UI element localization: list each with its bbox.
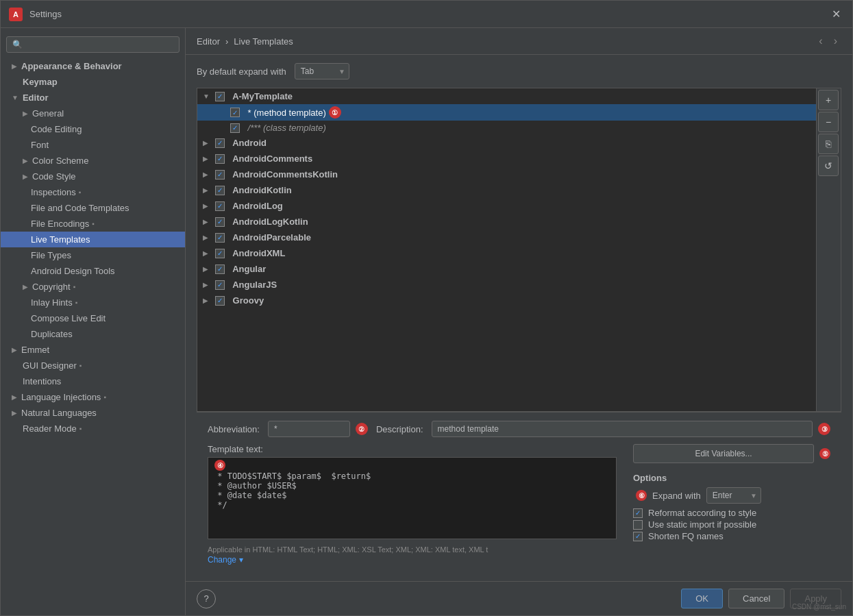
expand-icon: ▶ [203,234,211,241]
sidebar-item-copyright[interactable]: ▶ Copyright ▪ [1,279,185,295]
change-link[interactable]: Change [208,555,236,565]
indicator-icon: ▪ [79,425,82,432]
sidebar-item-inspections[interactable]: Inspections ▪ [1,184,185,200]
badge-1: ① [329,106,341,119]
copy-button[interactable]: ⎘ [818,134,839,154]
close-button[interactable]: ✕ [828,6,844,23]
static-import-checkbox[interactable] [633,520,643,530]
template-group-androidcomments[interactable]: ▶ AndroidComments [197,151,816,167]
sidebar-item-label: Language Injections [21,392,101,402]
sidebar-item-color-scheme[interactable]: ▶ Color Scheme [1,153,185,169]
sidebar-item-file-types[interactable]: File Types [1,247,185,263]
remove-button[interactable]: − [818,112,839,132]
group-checkbox[interactable] [215,280,225,290]
sidebar-item-file-code-templates[interactable]: File and Code Templates [1,200,185,216]
ok-button[interactable]: OK [681,589,723,608]
shorten-fq-checkbox[interactable] [633,532,643,541]
edit-vars-wrapper: Edit Variables... ⑤ [633,444,830,463]
template-group-angular[interactable]: ▶ Angular [197,261,816,277]
template-group-androidparcelable[interactable]: ▶ AndroidParcelable [197,230,816,245]
group-checkbox[interactable] [215,264,225,274]
sidebar-item-label: Inlay Hints [31,297,73,308]
sidebar-item-code-editing[interactable]: Code Editing [1,121,185,137]
template-group-android[interactable]: ▶ Android [197,135,816,151]
sidebar-item-label: General [32,108,64,119]
template-group-androidkotlin[interactable]: ▶ AndroidKotlin [197,182,816,198]
expand-icon: ▶ [203,202,211,210]
reset-button[interactable]: ↺ [818,156,839,176]
expand-icon: ▶ [23,157,28,164]
template-group-groovy[interactable]: ▶ Groovy [197,293,816,308]
template-group-androidxml[interactable]: ▶ AndroidXML [197,245,816,261]
breadcrumb-nav: ‹ › [815,34,841,49]
sidebar-item-natural-languages[interactable]: ▶ Natural Languages [1,405,185,421]
sidebar-item-code-style[interactable]: ▶ Code Style [1,169,185,184]
group-checkbox[interactable] [215,138,225,148]
badge-6: ⑥ [636,490,647,501]
expand-icon: ▼ [12,94,18,101]
applicable-row: Applicable in HTML: HTML Text; HTML; XML… [208,544,617,554]
group-checkbox[interactable] [215,296,225,306]
expand-with-select[interactable]: Tab Enter Space [295,63,349,79]
template-row-method[interactable]: * (method template) ① [197,104,816,121]
group-checkbox[interactable] [215,170,225,180]
expand-with-detail-select[interactable]: Enter Tab Space [706,487,761,504]
group-checkbox[interactable] [215,92,225,101]
group-checkbox[interactable] [215,217,225,227]
group-name: Android [230,138,267,148]
sidebar-item-keymap[interactable]: Keymap [1,74,185,90]
group-checkbox[interactable] [215,233,225,243]
template-group-androidlog[interactable]: ▶ AndroidLog [197,198,816,214]
forward-button[interactable]: › [830,34,841,49]
template-group-header[interactable]: ▼ A-MyTemplate [197,88,816,104]
sidebar-item-label: Code Editing [31,124,82,134]
description-label: Description: [376,424,423,434]
sidebar-item-android-design-tools[interactable]: Android Design Tools [1,263,185,279]
group-checkbox[interactable] [215,201,225,211]
sidebar-item-file-encodings[interactable]: File Encodings ▪ [1,216,185,232]
panel-content: By default expand with Tab Enter Space ▼ [186,55,852,581]
template-group-angularjs[interactable]: ▶ AngularJS [197,277,816,293]
add-button[interactable]: + [818,90,839,110]
sidebar-item-compose-live-edit[interactable]: Compose Live Edit [1,310,185,326]
sidebar-item-label: Live Templates [31,234,90,245]
template-checkbox[interactable] [230,108,240,117]
sidebar-item-duplicates[interactable]: Duplicates [1,326,185,342]
back-button[interactable]: ‹ [815,34,826,49]
title-bar: A Settings ✕ [1,1,852,28]
sidebar-item-intentions[interactable]: Intentions [1,373,185,389]
template-name: * (method template) [245,108,326,118]
main-content: 🔍 ▶ Appearance & Behavior Keymap ▼ Edito… [1,28,852,615]
sidebar-item-gui-designer[interactable]: GUI Designer ▪ [1,358,185,373]
group-name: AndroidCommentsKotlin [230,169,338,180]
sidebar-item-emmet[interactable]: ▶ Emmet [1,342,185,358]
reformat-checkbox[interactable] [633,508,643,518]
search-input[interactable] [27,40,173,49]
static-import-label: Use static import if possible [648,519,756,530]
sidebar-item-editor[interactable]: ▼ Editor [1,90,185,106]
edit-variables-button[interactable]: Edit Variables... [633,444,814,463]
template-textarea[interactable]: <span class="badge" style="background:#c… [208,457,617,539]
template-checkbox[interactable] [230,123,240,133]
sidebar-item-live-templates[interactable]: Live Templates [1,232,185,247]
group-checkbox[interactable] [215,249,225,258]
template-group-androidlogkotlin[interactable]: ▶ AndroidLogKotlin [197,214,816,230]
sidebar-item-font[interactable]: Font [1,137,185,153]
sidebar-item-appearance[interactable]: ▶ Appearance & Behavior [1,58,185,74]
sidebar-item-inlay-hints[interactable]: Inlay Hints ▪ [1,295,185,310]
expand-with-dropdown-wrapper: Tab Enter Space ▼ [295,63,349,79]
help-button[interactable]: ? [197,589,216,608]
sidebar-item-label: Code Style [32,171,76,182]
template-row-class[interactable]: /*** (class template) [197,121,816,135]
sidebar-item-reader-mode[interactable]: Reader Mode ▪ [1,421,185,436]
group-checkbox[interactable] [215,186,225,195]
description-input[interactable] [432,421,813,437]
sidebar-item-language-injections[interactable]: ▶ Language Injections ▪ [1,389,185,405]
abbreviation-input[interactable] [268,421,350,437]
cancel-button[interactable]: Cancel [728,589,784,608]
bottom-bar: ? OK Cancel Apply [186,581,852,615]
abbr-desc-row: Abbreviation: ② Description: ③ [208,421,830,437]
sidebar-item-general[interactable]: ▶ General [1,106,185,121]
group-checkbox[interactable] [215,154,225,164]
template-group-androidcommentskotlin[interactable]: ▶ AndroidCommentsKotlin [197,167,816,182]
